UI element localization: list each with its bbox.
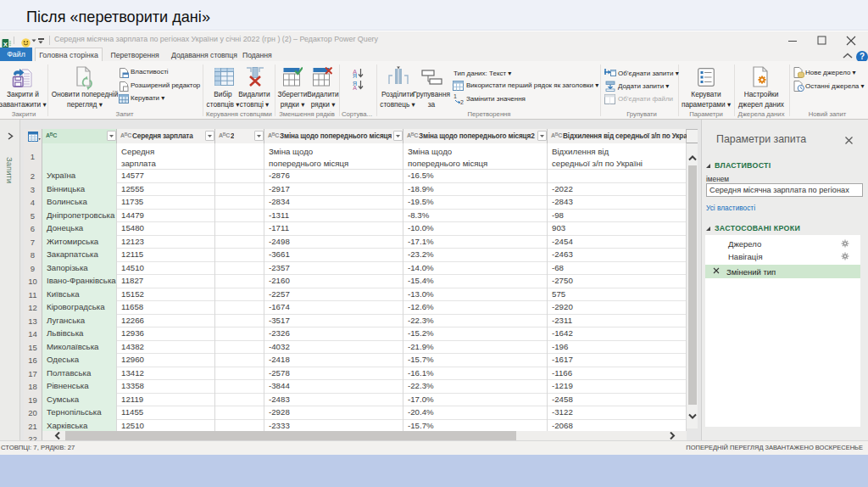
svg-text:X: X: [3, 40, 8, 48]
svg-text:Я: Я: [353, 73, 357, 79]
svg-text:2: 2: [460, 99, 464, 104]
svg-text:1: 1: [453, 93, 457, 99]
svg-text:А: А: [353, 85, 357, 90]
